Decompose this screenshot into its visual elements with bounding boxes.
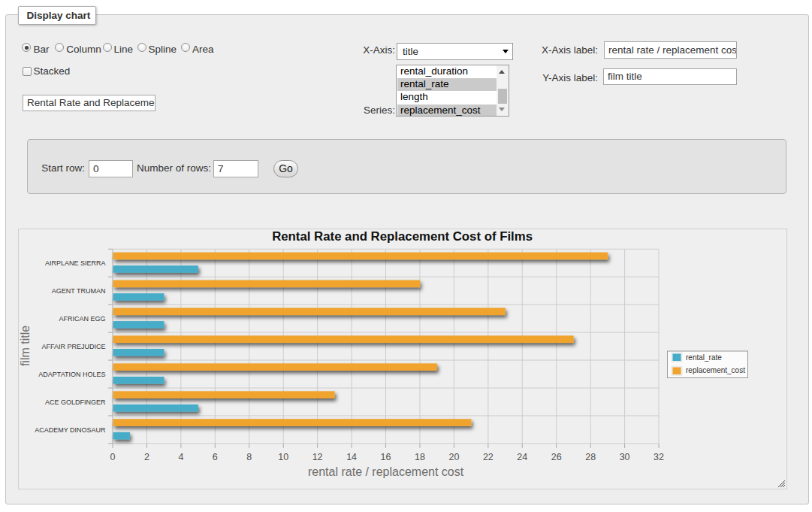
svg-text:10: 10 xyxy=(278,452,288,462)
svg-text:28: 28 xyxy=(585,452,596,462)
svg-text:24: 24 xyxy=(517,452,527,462)
svg-text:AGENT TRUMAN: AGENT TRUMAN xyxy=(52,287,106,295)
svg-text:16: 16 xyxy=(381,452,391,462)
svg-text:32: 32 xyxy=(654,452,664,462)
svg-text:AFFAIR PREJUDICE: AFFAIR PREJUDICE xyxy=(41,343,105,350)
svg-text:AFRICAN EGG: AFRICAN EGG xyxy=(59,315,105,323)
svg-text:Rental Rate and Replacement Co: Rental Rate and Replacement Cost of Film… xyxy=(272,229,533,244)
svg-text:6: 6 xyxy=(213,452,218,462)
svg-text:rental_rate: rental_rate xyxy=(686,353,722,362)
svg-text:film title: film title xyxy=(19,326,32,366)
svg-text:20: 20 xyxy=(448,452,459,462)
svg-text:AIRPLANE SIERRA: AIRPLANE SIERRA xyxy=(45,259,106,267)
svg-text:ADAPTATION HOLES: ADAPTATION HOLES xyxy=(38,371,105,378)
svg-text:26: 26 xyxy=(551,452,562,462)
svg-text:14: 14 xyxy=(346,452,357,462)
svg-text:12: 12 xyxy=(312,452,323,462)
svg-text:replacement_cost: replacement_cost xyxy=(686,366,745,374)
svg-text:4: 4 xyxy=(178,452,183,462)
svg-text:rental rate / replacement cost: rental rate / replacement cost xyxy=(308,465,464,478)
svg-text:ACADEMY DINOSAUR: ACADEMY DINOSAUR xyxy=(35,426,106,434)
svg-text:8: 8 xyxy=(246,452,252,462)
svg-text:18: 18 xyxy=(415,452,425,462)
svg-text:30: 30 xyxy=(620,452,630,462)
svg-text:ACE GOLDFINGER: ACE GOLDFINGER xyxy=(45,398,106,406)
svg-text:2: 2 xyxy=(144,452,149,462)
svg-text:22: 22 xyxy=(483,452,494,462)
svg-text:0: 0 xyxy=(110,452,116,462)
